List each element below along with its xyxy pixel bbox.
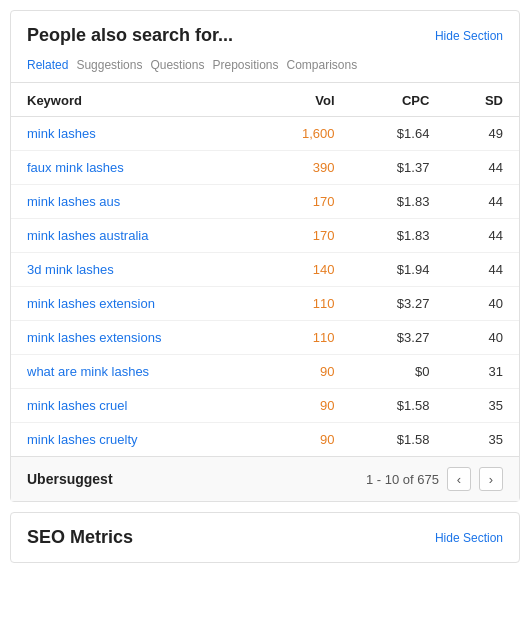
tab-prepositions[interactable]: Prepositions [212,56,286,74]
table-row: mink lashes aus170$1.8344 [11,185,519,219]
tab-suggestions[interactable]: Suggestions [76,56,150,74]
table-row: what are mink lashes90$031 [11,355,519,389]
hide-section-link[interactable]: Hide Section [435,29,503,43]
sd-cell: 31 [445,355,519,389]
table-row: 3d mink lashes140$1.9444 [11,253,519,287]
keyword-link[interactable]: mink lashes australia [27,228,148,243]
next-page-button[interactable]: › [479,467,503,491]
sd-cell: 35 [445,423,519,457]
col-keyword: Keyword [11,83,256,117]
vol-cell: 90 [256,355,351,389]
seo-hide-section-link[interactable]: Hide Section [435,531,503,545]
seo-metrics-section: SEO Metrics Hide Section [10,512,520,563]
sd-cell: 40 [445,321,519,355]
table-body: mink lashes1,600$1.6449faux mink lashes3… [11,117,519,457]
vol-cell: 390 [256,151,351,185]
col-sd: SD [445,83,519,117]
table-header: Keyword Vol CPC SD [11,83,519,117]
cpc-cell: $3.27 [351,321,446,355]
sd-cell: 44 [445,219,519,253]
keyword-link[interactable]: faux mink lashes [27,160,124,175]
cpc-cell: $0 [351,355,446,389]
cpc-cell: $1.83 [351,219,446,253]
keyword-link[interactable]: what are mink lashes [27,364,149,379]
sd-cell: 44 [445,253,519,287]
vol-cell: 90 [256,423,351,457]
table-row: mink lashes1,600$1.6449 [11,117,519,151]
table-row: mink lashes extension110$3.2740 [11,287,519,321]
seo-metrics-title: SEO Metrics [27,527,133,548]
table-row: faux mink lashes390$1.3744 [11,151,519,185]
sd-cell: 35 [445,389,519,423]
table-row: mink lashes australia170$1.8344 [11,219,519,253]
keyword-link[interactable]: mink lashes cruel [27,398,127,413]
tabs-bar: RelatedSuggestionsQuestionsPrepositionsC… [11,56,519,83]
ubersuggest-brand: Ubersuggest [27,471,113,487]
cpc-cell: $1.58 [351,423,446,457]
cpc-cell: $1.83 [351,185,446,219]
section-title: People also search for... [27,25,233,46]
keyword-link[interactable]: 3d mink lashes [27,262,114,277]
keyword-link[interactable]: mink lashes cruelty [27,432,138,447]
keyword-table-container: Keyword Vol CPC SD mink lashes1,600$1.64… [11,83,519,456]
vol-cell: 170 [256,219,351,253]
vol-cell: 140 [256,253,351,287]
col-vol: Vol [256,83,351,117]
tab-related[interactable]: Related [27,56,76,74]
tab-comparisons[interactable]: Comparisons [287,56,366,74]
people-also-search-section: People also search for... Hide Section R… [10,10,520,502]
sd-cell: 49 [445,117,519,151]
keyword-table: Keyword Vol CPC SD mink lashes1,600$1.64… [11,83,519,456]
section-header: People also search for... Hide Section [11,11,519,56]
vol-cell: 1,600 [256,117,351,151]
keyword-link[interactable]: mink lashes extension [27,296,155,311]
keyword-link[interactable]: mink lashes extensions [27,330,161,345]
cpc-cell: $1.64 [351,117,446,151]
vol-cell: 110 [256,287,351,321]
table-footer: Ubersuggest 1 - 10 of 675 ‹ › [11,456,519,501]
cpc-cell: $1.94 [351,253,446,287]
sd-cell: 44 [445,151,519,185]
cpc-cell: $1.37 [351,151,446,185]
vol-cell: 90 [256,389,351,423]
seo-metrics-header: SEO Metrics Hide Section [11,513,519,562]
keyword-link[interactable]: mink lashes aus [27,194,120,209]
cpc-cell: $3.27 [351,287,446,321]
tab-questions[interactable]: Questions [150,56,212,74]
sd-cell: 40 [445,287,519,321]
table-row: mink lashes cruel90$1.5835 [11,389,519,423]
table-row: mink lashes extensions110$3.2740 [11,321,519,355]
sd-cell: 44 [445,185,519,219]
pagination-controls: 1 - 10 of 675 ‹ › [366,467,503,491]
keyword-link[interactable]: mink lashes [27,126,96,141]
vol-cell: 110 [256,321,351,355]
vol-cell: 170 [256,185,351,219]
pagination-info: 1 - 10 of 675 [366,472,439,487]
table-row: mink lashes cruelty90$1.5835 [11,423,519,457]
prev-page-button[interactable]: ‹ [447,467,471,491]
col-cpc: CPC [351,83,446,117]
cpc-cell: $1.58 [351,389,446,423]
